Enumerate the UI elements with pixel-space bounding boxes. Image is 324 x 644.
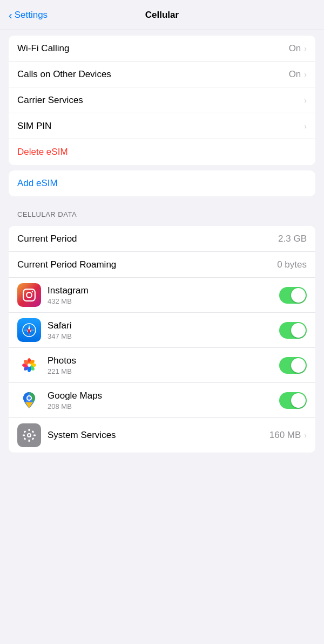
safari-icon (17, 318, 41, 342)
svg-point-16 (28, 364, 31, 367)
svg-rect-0 (23, 289, 35, 301)
svg-rect-22 (29, 440, 30, 442)
svg-rect-26 (32, 437, 35, 440)
add-esim-row[interactable]: Add eSIM (9, 170, 315, 196)
google-maps-text: Google Maps 208 MB (48, 390, 102, 410)
svg-point-18 (28, 396, 31, 400)
system-services-chevron-icon: › (304, 431, 307, 440)
sim-pin-row[interactable]: SIM PIN › (9, 113, 315, 139)
page-title: Cellular (145, 10, 179, 20)
cellular-data-header: CELLULAR DATA (0, 206, 324, 221)
instagram-icon (17, 283, 41, 307)
instagram-text: Instagram 432 MB (48, 285, 89, 305)
system-services-value-group: 160 MB › (269, 430, 307, 441)
wifi-calling-row[interactable]: Wi-Fi Calling On › (9, 36, 315, 61)
system-services-icon (17, 423, 41, 447)
photos-info: Photos 221 MB (17, 353, 76, 377)
sim-pin-value-group: › (304, 122, 307, 131)
calls-other-devices-value: On (289, 69, 301, 80)
top-settings-group: Wi-Fi Calling On › Calls on Other Device… (9, 36, 315, 165)
google-maps-size: 208 MB (48, 402, 102, 410)
nav-bar: ‹ Settings Cellular (0, 0, 324, 30)
system-services-name: System Services (48, 430, 116, 441)
photos-name: Photos (48, 355, 76, 366)
svg-rect-24 (33, 435, 36, 436)
cellular-data-group: Current Period 2.3 GB Current Period Roa… (9, 226, 315, 453)
svg-point-20 (28, 434, 30, 436)
google-maps-row[interactable]: Google Maps 208 MB (9, 383, 315, 418)
safari-name: Safari (48, 320, 72, 331)
system-services-text: System Services (48, 430, 116, 441)
wifi-calling-label: Wi-Fi Calling (17, 43, 69, 54)
google-maps-toggle[interactable] (279, 392, 307, 409)
instagram-toggle[interactable] (279, 287, 307, 304)
svg-point-2 (32, 291, 33, 293)
calls-other-devices-label: Calls on Other Devices (17, 69, 111, 80)
svg-rect-27 (24, 437, 26, 440)
instagram-row[interactable]: Instagram 432 MB (9, 278, 315, 313)
safari-size: 347 MB (48, 332, 72, 340)
safari-row[interactable]: Safari 347 MB (9, 313, 315, 348)
carrier-services-value-group: › (304, 96, 307, 105)
delete-esim-label: Delete eSIM (17, 147, 68, 157)
add-esim-group: Add eSIM (9, 170, 315, 196)
current-period-roaming-label: Current Period Roaming (17, 259, 116, 270)
system-services-info: System Services (17, 423, 116, 447)
carrier-services-chevron-icon: › (304, 96, 307, 105)
photos-size: 221 MB (48, 367, 76, 375)
safari-info: Safari 347 MB (17, 318, 72, 342)
photos-toggle[interactable] (279, 357, 307, 374)
spacer-1 (0, 202, 324, 206)
wifi-calling-chevron-icon: › (304, 44, 307, 53)
carrier-services-label: Carrier Services (17, 95, 83, 106)
svg-rect-25 (24, 430, 26, 433)
instagram-size: 432 MB (48, 297, 89, 305)
photos-icon (17, 353, 41, 377)
current-period-value: 2.3 GB (278, 234, 307, 244)
carrier-services-row[interactable]: Carrier Services › (9, 87, 315, 113)
add-esim-label: Add eSIM (17, 178, 58, 189)
current-period-roaming-value: 0 bytes (277, 259, 307, 270)
svg-rect-23 (23, 435, 25, 436)
safari-toggle[interactable] (279, 322, 307, 339)
calls-other-devices-value-group: On › (289, 69, 307, 80)
sim-pin-label: SIM PIN (17, 121, 51, 132)
current-period-roaming-row: Current Period Roaming 0 bytes (9, 252, 315, 278)
photos-row[interactable]: Photos 221 MB (9, 348, 315, 383)
svg-point-1 (26, 292, 32, 298)
sim-pin-chevron-icon: › (304, 122, 307, 131)
instagram-info: Instagram 432 MB (17, 283, 89, 307)
google-maps-icon (17, 388, 41, 412)
instagram-name: Instagram (48, 285, 89, 296)
back-button[interactable]: ‹ Settings (9, 10, 48, 20)
google-maps-name: Google Maps (48, 390, 102, 401)
google-maps-info: Google Maps 208 MB (17, 388, 102, 412)
system-services-value: 160 MB (269, 430, 301, 441)
current-period-row: Current Period 2.3 GB (9, 226, 315, 252)
system-services-row[interactable]: System Services 160 MB › (9, 418, 315, 453)
photos-text: Photos 221 MB (48, 355, 76, 375)
calls-other-devices-row[interactable]: Calls on Other Devices On › (9, 61, 315, 87)
current-period-label: Current Period (17, 234, 77, 244)
back-chevron-icon: ‹ (9, 10, 12, 20)
calls-other-devices-chevron-icon: › (304, 70, 307, 79)
back-label: Settings (15, 10, 48, 20)
wifi-calling-value: On (289, 43, 301, 54)
safari-text: Safari 347 MB (48, 320, 72, 340)
delete-esim-row[interactable]: Delete eSIM (9, 139, 315, 165)
wifi-calling-value-group: On › (289, 43, 307, 54)
svg-rect-21 (29, 429, 30, 431)
svg-rect-28 (32, 430, 35, 433)
